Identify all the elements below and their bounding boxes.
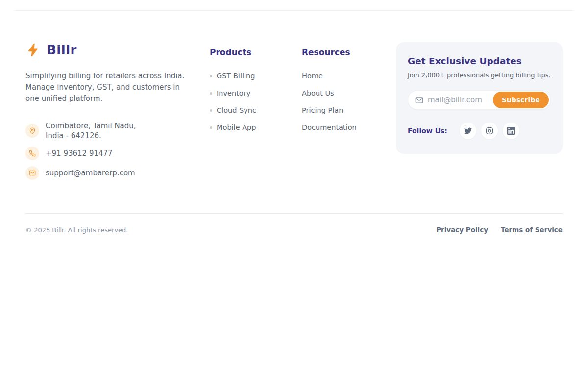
twitter-icon <box>464 127 472 135</box>
contact-list: Coimbatore, Tamil Nadu, India - 642126. … <box>25 121 210 180</box>
resources-column: Resources Home About Us Pricing Plan Doc… <box>302 42 395 141</box>
products-heading: Products <box>210 48 302 57</box>
contact-email: support@ambarerp.com <box>25 166 210 180</box>
lightning-bolt-icon <box>25 42 41 58</box>
brand-tagline: Simplifying billing for retailers across… <box>25 71 187 104</box>
footer-bottom-bar: © 2025 Billr. All rights reserved. Priva… <box>25 214 563 246</box>
envelope-icon <box>25 166 39 180</box>
twitter-button[interactable] <box>460 122 476 139</box>
link-label: Inventory <box>217 89 250 97</box>
bullet-dot <box>210 109 212 112</box>
location-pin-icon <box>25 124 39 138</box>
subscribe-form: Subscribe <box>408 90 551 110</box>
contact-address-text: Coimbatore, Tamil Nadu, India - 642126. <box>46 121 136 141</box>
linkedin-button[interactable] <box>503 122 519 139</box>
contact-address: Coimbatore, Tamil Nadu, India - 642126. <box>25 121 210 141</box>
newsletter-email-input[interactable] <box>428 96 487 104</box>
footer-link-about-us[interactable]: About Us <box>302 89 395 97</box>
footer-link-cloud-sync[interactable]: Cloud Sync <box>210 106 302 114</box>
link-label: Cloud Sync <box>217 106 256 114</box>
follow-us-label: Follow Us: <box>408 127 447 135</box>
terms-of-service-link[interactable]: Terms of Service <box>501 226 563 234</box>
link-label: GST Billing <box>217 72 255 80</box>
link-label: Mobile App <box>217 123 256 131</box>
footer-columns: Billr Simplifying billing for retailers … <box>25 42 563 186</box>
instagram-button[interactable] <box>481 122 498 139</box>
follow-us-row: Follow Us: <box>408 122 551 139</box>
brand-name: Billr <box>47 43 77 57</box>
contact-phone: +91 93612 91477 <box>25 147 210 160</box>
bullet-dot <box>210 126 212 129</box>
newsletter-card: Get Exclusive Updates Join 2,000+ profes… <box>396 42 563 154</box>
products-links: GST Billing Inventory Cloud Sync Mobile … <box>210 72 302 131</box>
link-label: Pricing Plan <box>302 106 343 114</box>
brand-column: Billr Simplifying billing for retailers … <box>25 42 210 186</box>
link-label: Documentation <box>302 123 357 131</box>
footer-link-mobile-app[interactable]: Mobile App <box>210 123 302 131</box>
link-label: About Us <box>302 89 334 97</box>
subscribe-button[interactable]: Subscribe <box>493 92 549 108</box>
legal-links: Privacy Policy Terms of Service <box>436 226 563 234</box>
footer-link-inventory[interactable]: Inventory <box>210 89 302 97</box>
privacy-policy-link[interactable]: Privacy Policy <box>436 226 488 234</box>
bullet-dot <box>210 92 212 95</box>
footer-link-gst-billing[interactable]: GST Billing <box>210 72 302 80</box>
newsletter-heading: Get Exclusive Updates <box>408 56 551 66</box>
phone-icon <box>25 147 39 160</box>
resources-heading: Resources <box>302 48 395 57</box>
link-label: Home <box>302 72 323 80</box>
footer-link-documentation[interactable]: Documentation <box>302 123 395 131</box>
copyright-text: © 2025 Billr. All rights reserved. <box>25 226 128 234</box>
instagram-icon <box>486 127 493 135</box>
newsletter-subheading: Join 2,000+ professionals getting billin… <box>408 72 551 79</box>
mail-icon <box>415 96 423 104</box>
products-column: Products GST Billing Inventory Cloud Syn… <box>210 42 302 141</box>
linkedin-icon <box>507 127 515 135</box>
footer-link-pricing-plan[interactable]: Pricing Plan <box>302 106 395 114</box>
contact-phone-text: +91 93612 91477 <box>46 148 113 158</box>
footer-link-home[interactable]: Home <box>302 72 395 80</box>
contact-email-text: support@ambarerp.com <box>46 168 135 178</box>
resources-links: Home About Us Pricing Plan Documentation <box>302 72 395 131</box>
site-footer: Billr Simplifying billing for retailers … <box>0 11 588 246</box>
brand-logo[interactable]: Billr <box>25 42 210 58</box>
bullet-dot <box>210 75 212 77</box>
